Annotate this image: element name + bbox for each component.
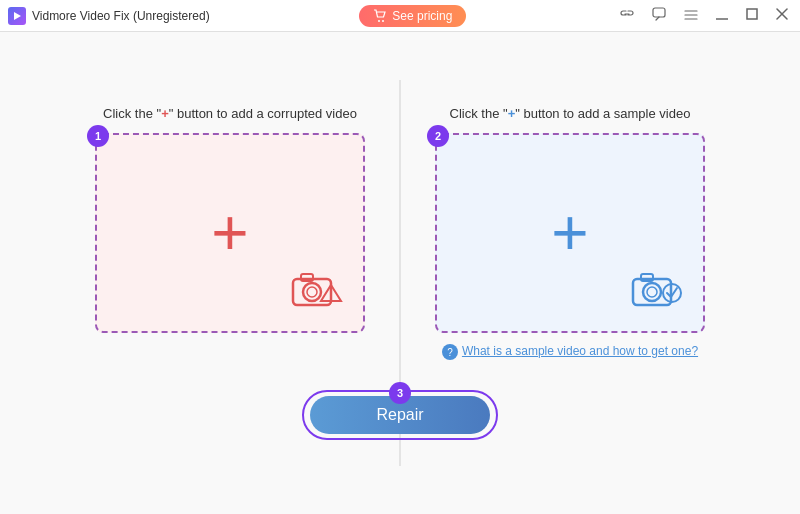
left-panel-title: Click the "+" button to add a corrupted … [103,106,357,121]
step-badge-3: 3 [389,382,411,404]
left-plus-label: + [161,106,169,121]
right-panel: Click the "+" button to add a sample vid… [400,106,740,360]
svg-point-20 [647,287,657,297]
help-icon: ? [442,344,458,360]
repair-row: 3 Repair [302,390,498,440]
add-corrupted-icon: + [211,201,248,265]
title-bar-left: Vidmore Video Fix (Unregistered) [8,7,210,25]
title-bar-center: See pricing [359,5,466,27]
right-panel-title: Click the "+" button to add a sample vid… [450,106,691,121]
maximize-button[interactable] [742,6,762,25]
chat-icon[interactable] [648,5,670,26]
cart-icon [373,9,387,23]
title-bar: Vidmore Video Fix (Unregistered) See pri… [0,0,800,32]
svg-point-13 [307,287,317,297]
svg-point-12 [303,283,321,301]
svg-marker-0 [14,12,21,20]
repair-button-wrapper: 3 Repair [302,390,498,440]
svg-point-19 [643,283,661,301]
svg-rect-3 [653,8,665,17]
help-text[interactable]: What is a sample video and how to get on… [462,343,698,360]
help-link[interactable]: ? What is a sample video and how to get … [442,343,698,360]
menu-icon[interactable] [680,6,702,25]
add-sample-icon: + [551,201,588,265]
step-badge-1: 1 [87,125,109,147]
right-plus-label: + [508,106,516,121]
svg-point-1 [378,20,380,22]
see-pricing-button[interactable]: See pricing [359,5,466,27]
app-logo [8,7,26,25]
svg-point-17 [330,297,332,299]
close-button[interactable] [772,6,792,25]
step-badge-2: 2 [427,125,449,147]
left-panel: Click the "+" button to add a corrupted … [60,106,400,333]
svg-rect-8 [747,9,757,19]
app-title: Vidmore Video Fix (Unregistered) [32,9,210,23]
minimize-button[interactable] [712,6,732,25]
link-icon[interactable] [616,5,638,26]
sample-video-dropzone[interactable]: 2 + [435,133,705,333]
corrupted-camera-icon [291,269,343,311]
main-content: Click the "+" button to add a corrupted … [0,32,800,514]
svg-point-2 [382,20,384,22]
sample-camera-icon [631,269,683,311]
title-bar-controls [616,5,792,26]
corrupted-video-dropzone[interactable]: 1 + [95,133,365,333]
